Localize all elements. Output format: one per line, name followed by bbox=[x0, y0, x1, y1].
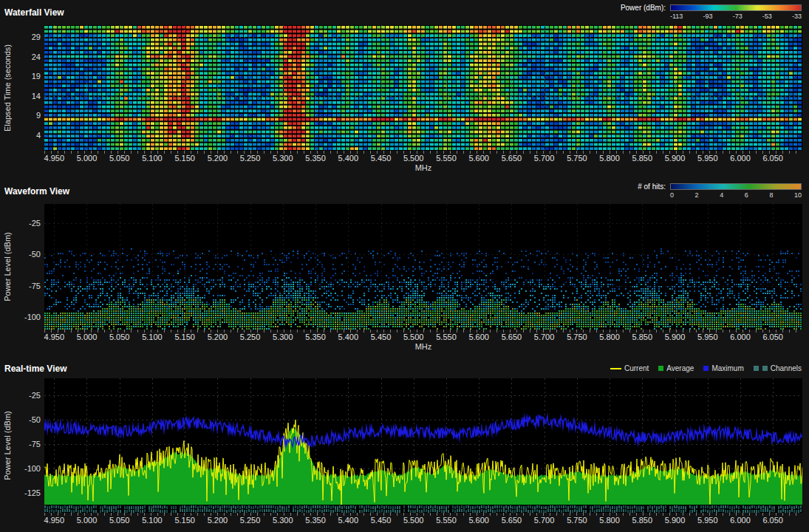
x-tick-label: 5.200 bbox=[208, 154, 228, 163]
x-tick-label: 5.300 bbox=[273, 332, 293, 341]
x-tick-label: 5.950 bbox=[697, 154, 718, 163]
x-tick-label: 5.950 bbox=[697, 516, 718, 525]
realtime-header: Real-time View CurrentAverageMaximumChan… bbox=[0, 359, 809, 378]
power-colorbar bbox=[670, 4, 802, 11]
waterfall-panel: Waterfall View Power (dBm): -113-93-73-5… bbox=[0, 1, 809, 174]
y-tick-label: -50 bbox=[29, 415, 41, 424]
x-tick-label: 5.850 bbox=[632, 154, 653, 163]
x-tick-label: 5.650 bbox=[502, 516, 522, 525]
x-tick-label: 5.450 bbox=[371, 332, 392, 341]
x-tick-label: 5.550 bbox=[436, 332, 457, 341]
x-tick-label: 4.950 bbox=[44, 332, 65, 341]
x-tick-label: 5.150 bbox=[174, 516, 195, 525]
x-tick-label: 5.850 bbox=[632, 516, 653, 525]
x-tick-label: 6.050 bbox=[762, 332, 783, 341]
colorbar-tick-label: -33 bbox=[792, 13, 802, 20]
colorbar-tick-label: -73 bbox=[733, 13, 743, 20]
colorbar-tick-label: 6 bbox=[745, 191, 748, 199]
x-tick-label: 5.200 bbox=[208, 332, 228, 341]
x-tick-label: 5.100 bbox=[142, 516, 163, 525]
colorbar-tick-label: 10 bbox=[794, 191, 802, 199]
legend-item-channels: Channels bbox=[754, 364, 802, 372]
legend-swatch-icon bbox=[703, 366, 709, 371]
hits-colorbar-ticks: 0246810 bbox=[670, 191, 802, 199]
waterfall-x-ticks: 4.9505.0005.0505.1005.1505.2005.2505.300… bbox=[44, 151, 802, 163]
waveform-y-axis-title: Power Level (dBm) bbox=[3, 232, 12, 301]
x-tick-label: 5.450 bbox=[371, 154, 392, 163]
x-tick-label: 5.400 bbox=[338, 332, 359, 341]
x-tick-label: 5.300 bbox=[273, 154, 293, 163]
waterfall-y-axis-title: Elapsed Time (seconds) bbox=[3, 44, 12, 132]
x-tick-label: 5.100 bbox=[142, 154, 163, 163]
waveform-title: Waveform View bbox=[4, 186, 69, 197]
x-tick-label: 5.400 bbox=[338, 516, 359, 525]
realtime-legend: CurrentAverageMaximumChannels bbox=[610, 364, 802, 372]
waterfall-title: Waterfall View bbox=[4, 7, 64, 18]
legend-swatch-icon bbox=[658, 366, 663, 371]
x-tick-label: 5.800 bbox=[599, 154, 620, 163]
x-tick-label: 5.850 bbox=[632, 332, 653, 341]
x-tick-label: 6.000 bbox=[730, 516, 751, 525]
y-tick-label: 9 bbox=[36, 111, 41, 120]
x-tick-label: 4.950 bbox=[44, 154, 65, 163]
realtime-plot-row: Power Level (dBm) -25-50-75-100-125 bbox=[0, 378, 809, 513]
waterfall-x-axis-title: MHz bbox=[44, 163, 802, 174]
waveform-canvas[interactable] bbox=[44, 204, 802, 330]
legend-label: Maximum bbox=[711, 364, 743, 372]
waveform-x-axis-title: MHz bbox=[44, 341, 802, 353]
waveform-plot-row: Power Level (dBm) -25-50-75-100 bbox=[0, 204, 809, 330]
power-colorbar-legend: Power (dBm): -113-93-73-53-33 bbox=[621, 4, 802, 20]
x-tick-label: 5.700 bbox=[534, 154, 555, 163]
x-tick-label: 5.050 bbox=[109, 332, 130, 341]
x-tick-label: 5.100 bbox=[142, 332, 163, 341]
x-tick-label: 5.550 bbox=[436, 154, 457, 163]
hits-colorbar-label: # of hits: bbox=[638, 183, 666, 191]
colorbar-tick-label: -53 bbox=[762, 13, 772, 20]
y-tick-label: -75 bbox=[29, 440, 41, 449]
x-tick-label: 5.150 bbox=[174, 154, 195, 163]
x-tick-label: 5.300 bbox=[273, 516, 293, 525]
legend-swatch-icon bbox=[610, 368, 621, 369]
x-tick-label: 5.350 bbox=[305, 332, 326, 341]
x-tick-label: 5.500 bbox=[403, 154, 424, 163]
legend-item-average: Average bbox=[658, 364, 694, 372]
x-tick-label: 5.350 bbox=[305, 516, 326, 525]
legend-item-current: Current bbox=[610, 364, 649, 372]
x-tick-label: 5.750 bbox=[567, 332, 587, 341]
x-tick-label: 5.900 bbox=[665, 332, 686, 341]
realtime-title: Real-time View bbox=[4, 364, 66, 374]
waveform-header: Waveform View # of hits: 0246810 bbox=[0, 180, 809, 204]
waterfall-plot-row: Elapsed Time (seconds) 2924191494 bbox=[0, 25, 809, 151]
y-tick-label: -100 bbox=[24, 464, 41, 473]
colorbar-tick-label: 2 bbox=[695, 191, 699, 199]
realtime-y-axis: Power Level (dBm) -25-50-75-100-125 bbox=[0, 378, 44, 513]
colorbar-tick-label: 8 bbox=[769, 191, 773, 199]
x-tick-label: 5.650 bbox=[502, 154, 522, 163]
realtime-panel: Real-time View CurrentAverageMaximumChan… bbox=[0, 359, 809, 525]
waterfall-canvas[interactable] bbox=[44, 25, 802, 151]
x-tick-label: 5.150 bbox=[174, 332, 195, 341]
x-tick-label: 5.900 bbox=[665, 154, 686, 163]
x-tick-label: 5.700 bbox=[534, 332, 555, 341]
hits-colorbar-legend: # of hits: 0246810 bbox=[638, 183, 802, 199]
x-tick-label: 5.450 bbox=[371, 516, 392, 525]
colorbar-tick-label: -93 bbox=[703, 13, 713, 20]
colorbar-tick-label: -113 bbox=[670, 13, 683, 20]
waveform-x-ticks: 4.9505.0005.0505.1005.1505.2005.2505.300… bbox=[44, 330, 802, 341]
realtime-canvas[interactable] bbox=[44, 378, 802, 513]
y-tick-label: 29 bbox=[32, 33, 41, 41]
y-tick-label: 19 bbox=[32, 72, 41, 81]
x-tick-label: 5.050 bbox=[109, 516, 130, 525]
x-tick-label: 5.000 bbox=[77, 154, 98, 163]
x-tick-label: 5.750 bbox=[567, 516, 587, 525]
waveform-panel: Waveform View # of hits: 0246810 Power L… bbox=[0, 180, 809, 353]
x-tick-label: 5.050 bbox=[109, 154, 130, 163]
x-tick-label: 5.250 bbox=[240, 154, 261, 163]
waterfall-y-axis: Elapsed Time (seconds) 2924191494 bbox=[0, 25, 44, 151]
hits-colorbar bbox=[670, 183, 802, 190]
x-tick-label: 6.000 bbox=[730, 332, 751, 341]
x-tick-label: 5.000 bbox=[77, 332, 98, 341]
waterfall-header: Waterfall View Power (dBm): -113-93-73-5… bbox=[0, 1, 809, 25]
x-tick-label: 5.600 bbox=[468, 332, 489, 341]
waveform-y-axis: Power Level (dBm) -25-50-75-100 bbox=[0, 204, 44, 330]
